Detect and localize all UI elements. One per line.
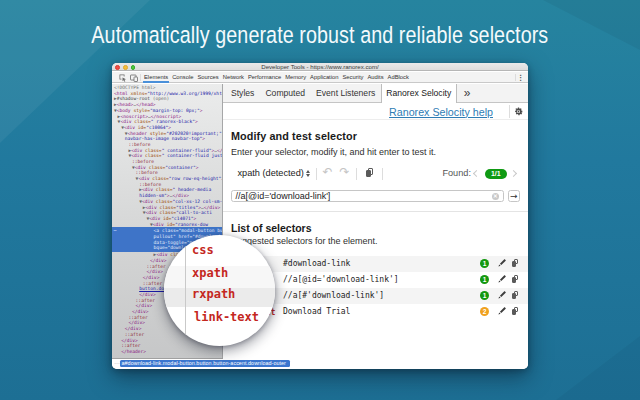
selector-type-dropdown[interactable]: xpath (detected) [238, 167, 304, 180]
match-count-badge: 1 [480, 275, 489, 284]
edit-pencil-icon[interactable] [497, 258, 507, 268]
magnified-selector-type-rxpath: rxpath [192, 288, 235, 301]
magnified-selector-type-xpath: xpath [192, 267, 228, 280]
test-selector-button[interactable]: → [508, 190, 521, 202]
copy-icon-front-sheet [512, 293, 517, 299]
devtools-tab-console[interactable]: Console [170, 72, 195, 83]
edit-pencil-icon[interactable] [497, 290, 507, 300]
dom-tree-line: </header> [112, 349, 222, 355]
toolbar-separator [140, 74, 141, 82]
list-section-subtitle: Suggested selectors for the element. [231, 236, 378, 246]
devtools-tab-elements[interactable]: Elements [142, 72, 170, 83]
devtools-tab-sources[interactable]: Sources [195, 72, 220, 83]
selector-value: #download-link [283, 259, 350, 268]
devtools-tab-security[interactable]: Security [340, 72, 365, 83]
selector-value: Download Trial [283, 307, 350, 316]
devtools-tab-adblock[interactable]: AdBlock [386, 72, 411, 83]
sidebar-tab-computed[interactable]: Computed [260, 84, 311, 103]
undo-icon[interactable]: ↶ [323, 165, 333, 179]
statusbar-border [112, 358, 223, 359]
banner-headline-text: Automatically generate robust and reliab… [92, 21, 549, 49]
found-count-badge: 1/1 [485, 169, 508, 179]
modify-section-subtitle: Enter your selector, modify it, and hit … [231, 147, 436, 157]
sidebar-tabbar: StylesComputedEvent ListenersRanorex Sel… [223, 84, 529, 104]
controls-separator [316, 168, 317, 180]
window-titlebar: Developer Tools - https://www.ranorex.co… [112, 63, 528, 71]
copy-icon-front-sheet [512, 277, 517, 283]
clear-input-icon[interactable]: ✕ [492, 193, 499, 200]
modify-section-title: Modify and test selector [231, 130, 357, 142]
sidebar-tab-event-listeners[interactable]: Event Listeners [311, 84, 381, 103]
magnified-selector-type-css: css [192, 244, 214, 257]
devtools-tab-memory[interactable]: Memory [283, 72, 308, 83]
inspect-icon[interactable] [119, 74, 127, 82]
controls-separator [356, 168, 357, 180]
copy-icon[interactable] [512, 291, 520, 301]
promo-screenshot: Automatically generate robust and reliab… [0, 0, 640, 400]
previous-match-icon[interactable] [473, 169, 480, 176]
sidebar-tab-ranorex-selocity[interactable]: Ranorex Selocity [381, 84, 457, 104]
dropdown-arrows-icon [306, 170, 310, 177]
found-label: Found: [442, 167, 471, 180]
breadcrumb-text: a#download-link.modal-button.button.butt… [122, 360, 286, 367]
next-match-icon[interactable] [510, 169, 517, 176]
sidebar-tab-styles[interactable]: Styles [226, 84, 260, 103]
match-count-badge: 2 [480, 307, 489, 316]
magnifier-bubble: cssxpathrxpathlink-text [164, 235, 275, 346]
copy-icon[interactable] [512, 259, 520, 269]
device-toolbar-icon[interactable] [130, 74, 138, 82]
breadcrumb-selected-chip[interactable]: a#download-link.modal-button.button.butt… [120, 360, 290, 367]
match-count-badge: 1 [480, 259, 489, 268]
dom-selection-ellipsis: … [114, 227, 117, 233]
dom-tree-line: ▼<div class=" container-fluid justify"> [112, 153, 222, 159]
list-section-title: List of selectors [231, 222, 312, 234]
settings-gear-icon[interactable] [513, 106, 524, 117]
window-title: Developer Tools - https://www.ranorex.co… [112, 63, 528, 71]
devtools-tab-performance[interactable]: Performance [246, 72, 283, 83]
element-breadcrumb-bar: … a#download-link.modal-button.button.bu… [112, 358, 528, 369]
devtools-tabs: ElementsConsoleSourcesNetworkPerformance… [142, 72, 411, 84]
devtools-tab-audits[interactable]: Audits [365, 72, 385, 83]
copy-selector-icon[interactable] [366, 168, 375, 178]
controls-separator [382, 168, 383, 180]
sidebar-tabs-overflow-icon[interactable]: » [457, 86, 471, 100]
copy-icon-front-sheet [512, 309, 517, 315]
selector-controls-row: xpath (detected) ↶ ↷ Found: 1/1 [223, 167, 529, 180]
kebab-menu-icon[interactable]: ⋮ [517, 72, 525, 83]
help-link[interactable]: Ranorex Selocity help [389, 106, 493, 118]
redo-icon[interactable]: ↷ [340, 165, 350, 179]
edit-pencil-icon[interactable] [497, 306, 507, 316]
help-separator [509, 105, 510, 119]
help-row: Ranorex Selocity help [223, 103, 529, 120]
clear-x-glyph: ✕ [492, 193, 499, 200]
bubble-panel-edge-line [185, 239, 186, 342]
copy-icon-front-sheet [366, 170, 372, 177]
toolbar-separator [515, 74, 516, 82]
selector-input[interactable]: //a[@id='download-link'] ✕ [231, 190, 504, 202]
devtools-toolbar: ElementsConsoleSourcesNetworkPerformance… [112, 72, 528, 83]
copy-icon[interactable] [512, 275, 520, 285]
edit-pencil-icon[interactable] [497, 274, 507, 284]
devtools-tab-application[interactable]: Application [308, 72, 340, 83]
match-count-badge: 1 [480, 291, 489, 300]
copy-icon[interactable] [512, 307, 520, 317]
banner-headline: Automatically generate robust and reliab… [0, 21, 640, 49]
dom-lines: <!DOCTYPE html><html xmlns="http://www.w… [112, 85, 222, 227]
selector-value: //a[@id='download-link'] [283, 275, 399, 284]
devtools-tab-network[interactable]: Network [221, 72, 246, 83]
selector-value: //a[#'download-link'] [283, 291, 384, 300]
magnified-selector-type-link-text: link-text [194, 311, 259, 324]
copy-icon-front-sheet [512, 261, 517, 267]
selector-input-value: //a[@id='download-link'] [236, 192, 331, 202]
section-divider [223, 211, 528, 212]
